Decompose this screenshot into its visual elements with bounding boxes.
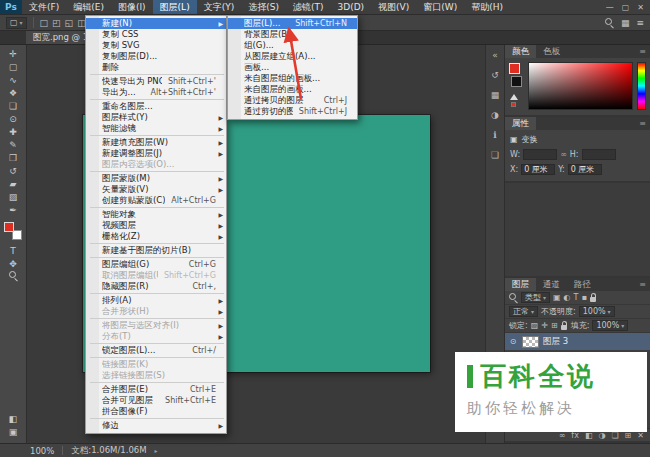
menu-item-6[interactable]: 来自图层的画板... — [228, 84, 357, 95]
pen-tool[interactable]: ✒ — [2, 204, 24, 217]
menu-item-7[interactable]: 通过拷贝的图层Ctrl+J — [228, 95, 357, 106]
quick-selection-tool[interactable]: ❖ — [2, 87, 24, 100]
menu-item-8[interactable]: 通过剪切的图层Shift+Ctrl+J — [228, 106, 357, 117]
menu-item-0[interactable]: 图层(L)...Shift+Ctrl+N — [228, 18, 357, 29]
clone-stamp-tool[interactable]: ❐ — [2, 152, 24, 165]
history-panel-icon[interactable]: ↺ — [488, 69, 503, 81]
quick-mask-button[interactable]: ◧ — [2, 413, 24, 426]
lock-icon-2[interactable]: ⊞ — [551, 321, 558, 330]
layer-row[interactable]: ⊙图层 3 — [505, 333, 650, 350]
layer-filter-icon-0[interactable]: ▣ — [553, 293, 561, 302]
zoom-tool[interactable] — [2, 271, 24, 284]
menu-item-44[interactable]: 拼合图像(F) — [86, 406, 226, 417]
x-field[interactable]: 0 厘米 — [521, 164, 555, 175]
type-tool[interactable]: T — [2, 245, 24, 258]
menubar-item-7[interactable]: 3D(D) — [330, 0, 371, 14]
layer-filter-icon-3[interactable]: ▪ — [581, 293, 586, 302]
width-field[interactable] — [523, 149, 557, 160]
menubar-item-5[interactable]: 选择(S) — [241, 0, 286, 14]
options-panel-menu-icon[interactable]: ≡ — [636, 18, 644, 28]
panel-menu-icon[interactable]: ≡ — [635, 117, 650, 130]
menubar-item-2[interactable]: 图像(I) — [111, 0, 153, 14]
filter-lock-icon[interactable] — [590, 293, 597, 302]
lasso-tool[interactable]: ∿ — [2, 74, 24, 87]
menu-item-31[interactable]: 排列(A)▶ — [86, 295, 226, 306]
menu-item-11[interactable]: 智能滤镜▶ — [86, 123, 226, 134]
search-icon[interactable] — [605, 18, 614, 27]
blend-mode-select[interactable]: 正常 ▾ — [509, 306, 538, 317]
menu-item-18[interactable]: 矢量蒙版(V)▶ — [86, 184, 226, 195]
libraries-panel-icon[interactable]: ❏ — [488, 149, 503, 161]
menu-item-25[interactable]: 新建基于图层的切片(B) — [86, 245, 226, 256]
menubar-item-9[interactable]: 窗口(W) — [416, 0, 464, 14]
panel-menu-icon[interactable]: ≡ — [635, 278, 650, 291]
menubar-item-0[interactable]: 文件(F) — [22, 0, 66, 14]
opacity-select[interactable]: 100% ▾ — [579, 306, 615, 317]
layer-filter-icon-2[interactable]: T — [574, 293, 579, 302]
subtract-from-selection-icon[interactable]: ◱ — [65, 18, 74, 28]
tab-swatches[interactable]: 色板 — [536, 45, 567, 58]
eyedropper-tool[interactable]: ⊙ — [2, 113, 24, 126]
y-field[interactable]: 0 厘米 — [568, 164, 602, 175]
menu-item-4[interactable]: 画板... — [228, 62, 357, 73]
move-tool[interactable]: ✛ — [2, 48, 24, 61]
current-tool-badge[interactable]: ▢ ▾ — [6, 17, 27, 29]
visibility-eye-icon[interactable]: ⊙ — [508, 337, 518, 346]
layer-filter-icon-1[interactable]: ◐ — [564, 293, 571, 302]
maximize-button[interactable]: ▢ — [622, 3, 630, 12]
menu-item-4[interactable]: 删除 — [86, 62, 226, 73]
menu-item-3[interactable]: 从图层建立组(A)... — [228, 51, 357, 62]
menu-item-43[interactable]: 合并可见图层Shift+Ctrl+E — [86, 395, 226, 406]
layer-thumbnail[interactable] — [522, 336, 539, 348]
hand-tool[interactable]: ✥ — [2, 258, 24, 271]
foreground-color-swatch[interactable] — [4, 222, 14, 232]
menu-item-19[interactable]: 创建剪贴蒙版(C)Alt+Ctrl+G — [86, 195, 226, 206]
gamut-color-chip[interactable] — [511, 102, 516, 107]
gradient-tool[interactable]: ▨ — [2, 191, 24, 204]
tab-layers[interactable]: 图层 — [505, 278, 536, 291]
lock-icon-0[interactable]: ▨ — [531, 321, 539, 330]
tab-color[interactable]: 颜色 — [505, 45, 536, 58]
menu-item-1[interactable]: 复制 CSS — [86, 29, 226, 40]
menubar-item-8[interactable]: 视图(V) — [371, 0, 416, 14]
expand-panels-icon[interactable]: « — [488, 49, 503, 61]
menubar-item-4[interactable]: 文字(Y) — [197, 0, 242, 14]
menu-item-2[interactable]: 组(G)... — [228, 40, 357, 51]
menu-item-23[interactable]: 栅格化(Z)▶ — [86, 231, 226, 242]
menu-item-17[interactable]: 图层蒙版(M)▶ — [86, 173, 226, 184]
menu-item-21[interactable]: 智能对象▶ — [86, 209, 226, 220]
layer-name[interactable]: 图层 3 — [543, 336, 568, 348]
zoom-level[interactable]: 100% — [30, 446, 54, 456]
eraser-tool[interactable]: ▰ — [2, 178, 24, 191]
saturation-brightness-field[interactable] — [528, 62, 633, 110]
menu-item-29[interactable]: 隐藏图层(R)Ctrl+, — [86, 281, 226, 292]
lock-icon-1[interactable]: ✛ — [541, 321, 548, 330]
menu-item-22[interactable]: 视频图层▶ — [86, 220, 226, 231]
menu-item-14[interactable]: 新建调整图层(J)▶ — [86, 148, 226, 159]
menu-item-6[interactable]: 快速导出为 PNGShift+Ctrl+' — [86, 76, 226, 87]
workspace-switcher-icon[interactable]: ▦ — [621, 18, 630, 28]
link-dimensions-icon[interactable]: ∞ — [560, 150, 567, 159]
rectangular-marquee-tool[interactable]: ▢ — [2, 61, 24, 74]
menu-item-10[interactable]: 图层样式(Y)▶ — [86, 112, 226, 123]
menu-item-1[interactable]: 背景图层(B) — [228, 29, 357, 40]
minimize-button[interactable]: — — [606, 3, 614, 12]
close-button[interactable]: ✕ — [637, 3, 644, 12]
filter-kind-select[interactable]: 类型 ▾ — [521, 292, 550, 303]
foreground-color-swatch[interactable] — [509, 63, 520, 74]
menu-item-5[interactable]: 来自图层组的画板... — [228, 73, 357, 84]
history-brush-tool[interactable]: ↺ — [2, 165, 24, 178]
spot-healing-brush-tool[interactable]: ✚ — [2, 126, 24, 139]
menubar-item-1[interactable]: 编辑(E) — [66, 0, 111, 14]
panel-menu-icon[interactable]: ≡ — [635, 45, 650, 58]
screen-mode-button[interactable]: ▣ — [2, 426, 24, 439]
height-field[interactable] — [582, 149, 616, 160]
menu-item-42[interactable]: 合并图层(E)Ctrl+E — [86, 384, 226, 395]
fill-select[interactable]: 100% ▾ — [592, 320, 628, 331]
menubar-item-10[interactable]: 帮助(H) — [464, 0, 510, 14]
info-panel-icon[interactable]: ℹ — [488, 129, 503, 141]
menu-item-7[interactable]: 导出为...Alt+Shift+Ctrl+' — [86, 87, 226, 98]
menu-item-46[interactable]: 修边▶ — [86, 420, 226, 431]
swatches-panel-icon[interactable]: ▦ — [488, 89, 503, 101]
brush-tool[interactable]: ✎ — [2, 139, 24, 152]
